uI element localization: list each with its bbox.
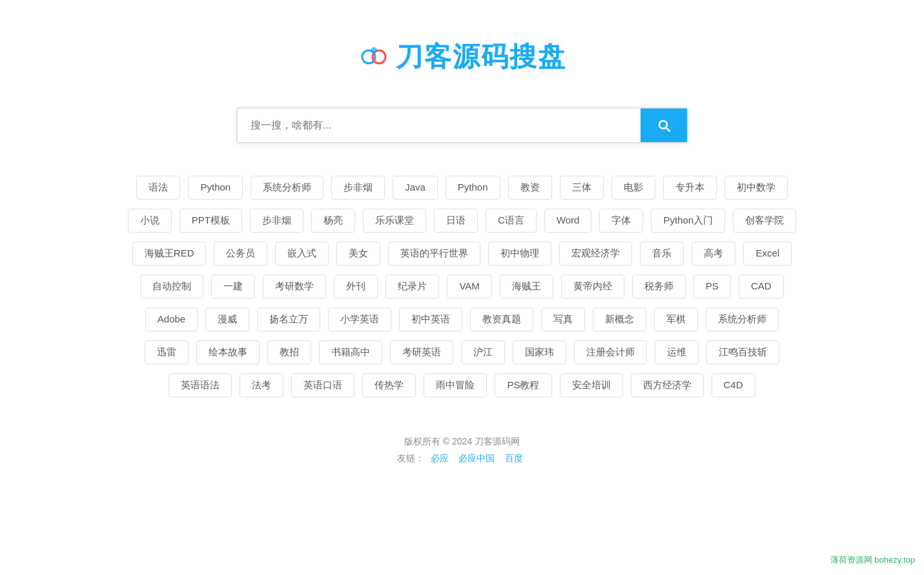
search-bar [236,107,688,143]
tag-item[interactable]: 传热学 [362,373,416,397]
tag-item[interactable]: PPT模板 [180,209,242,233]
tag-item[interactable]: 雨中冒险 [424,373,487,397]
svg-point-2 [371,47,377,54]
tag-item[interactable]: C语言 [486,209,537,233]
tag-item[interactable]: 国家玮 [513,340,566,364]
tag-item[interactable]: 初中物理 [488,242,551,266]
tag-item[interactable]: 西方经济学 [631,373,704,397]
tag-item[interactable]: Python入门 [651,209,725,233]
search-button[interactable] [641,109,687,142]
tag-item[interactable]: Python [446,176,500,200]
tag-item[interactable]: 语法 [136,176,180,200]
tag-item[interactable]: 新概念 [593,308,646,331]
tag-item[interactable]: 美女 [336,242,380,266]
footer-link-biying-china[interactable]: 必应中国 [458,453,495,463]
tag-item[interactable]: 初中数学 [724,176,788,200]
tag-item[interactable]: 一建 [211,275,255,298]
tag-item[interactable]: 英语语法 [169,373,232,397]
tag-item[interactable]: 英语的平行世界 [388,242,480,266]
tag-item[interactable]: 字体 [599,209,643,233]
watermark: 薄荷资源网 bohezy.top [830,554,915,566]
tag-item[interactable]: C4D [712,373,755,397]
tag-item[interactable]: 沪江 [461,340,505,364]
tag-item[interactable]: 教资真题 [470,308,533,331]
tag-item[interactable]: 纪录片 [385,275,439,298]
tag-item[interactable]: 嵌入式 [275,242,329,266]
tag-item[interactable]: 创客学院 [733,209,796,233]
friends-label: 友链： [397,453,424,463]
footer: 版权所有 © 2024 刀客源码网 友链： 必应 必应中国 百度 [397,436,528,477]
tag-item[interactable]: Excel [743,242,792,266]
tag-item[interactable]: 军棋 [654,308,698,331]
tag-item[interactable]: 海贼王 [500,275,553,298]
tag-item[interactable]: 乐乐课堂 [363,209,426,233]
tag-item[interactable]: 杨亮 [311,209,355,233]
tag-item[interactable]: 法考 [240,373,283,397]
tag-item[interactable]: 注册会计师 [574,340,647,364]
tag-item[interactable]: 音乐 [640,242,684,266]
tag-item[interactable]: 扬名立万 [257,308,320,331]
tag-item[interactable]: 步非烟 [331,176,385,200]
tag-item[interactable]: 黄帝内经 [561,275,624,298]
tag-item[interactable]: 小说 [128,209,172,233]
tag-item[interactable]: CAD [739,275,784,298]
tag-item[interactable]: 漫威 [205,308,249,331]
tag-item[interactable]: 初中英语 [399,308,462,331]
tag-item[interactable]: VAM [447,275,491,298]
tag-item[interactable]: 高考 [692,242,735,266]
tag-item[interactable]: 税务师 [632,275,686,298]
site-header: 刀客源码搜盘 [358,39,566,75]
tags-container: 语法Python系统分析师步非烟JavaPython教资三体电影专升本初中数学小… [107,176,817,397]
search-icon [656,118,672,133]
tag-item[interactable]: 系统分析师 [706,308,779,331]
tag-item[interactable]: PS教程 [495,373,551,397]
tag-item[interactable]: 安全培训 [560,373,623,397]
tag-item[interactable]: 考研数学 [263,275,326,298]
site-title: 刀客源码搜盘 [396,39,566,75]
logo-icon [358,41,389,72]
tag-item[interactable]: 宏观经济学 [559,242,632,266]
tag-item[interactable]: 小学英语 [328,308,391,331]
tag-item[interactable]: 系统分析师 [251,176,323,200]
copyright: 版权所有 © 2024 刀客源码网 [397,436,528,448]
tag-item[interactable]: 公务员 [214,242,267,266]
tag-item[interactable]: 日语 [434,209,478,233]
footer-links: 友链： 必应 必应中国 百度 [397,453,528,465]
footer-link-biying[interactable]: 必应 [431,453,449,463]
tag-item[interactable]: 步非烟 [250,209,303,233]
tag-item[interactable]: Adobe [145,308,198,331]
tag-item[interactable]: Java [393,176,438,200]
tag-item[interactable]: 江鸣百技斩 [706,340,779,364]
footer-link-baidu[interactable]: 百度 [505,453,523,463]
tag-item[interactable]: 书籍高中 [319,340,382,364]
tag-item[interactable]: 外刊 [334,275,378,298]
tag-item[interactable]: 运维 [655,340,699,364]
tag-item[interactable]: Python [188,176,243,200]
tag-item[interactable]: 自动控制 [140,275,203,298]
tag-item[interactable]: 英语口语 [291,373,354,397]
search-input[interactable] [238,109,641,142]
tag-item[interactable]: 三体 [560,176,604,200]
tag-item[interactable]: 写真 [541,308,585,331]
tag-item[interactable]: 教资 [508,176,552,200]
tag-item[interactable]: Word [544,209,592,233]
tag-item[interactable]: 考研英语 [390,340,453,364]
tag-item[interactable]: PS [693,275,731,298]
tag-item[interactable]: 绘本故事 [196,340,260,364]
tag-item[interactable]: 电影 [611,176,655,200]
tag-item[interactable]: 专升本 [663,176,717,200]
tag-item[interactable]: 教招 [267,340,311,364]
tag-item[interactable]: 迅雷 [145,340,189,364]
tag-item[interactable]: 海贼王RED [132,242,207,266]
